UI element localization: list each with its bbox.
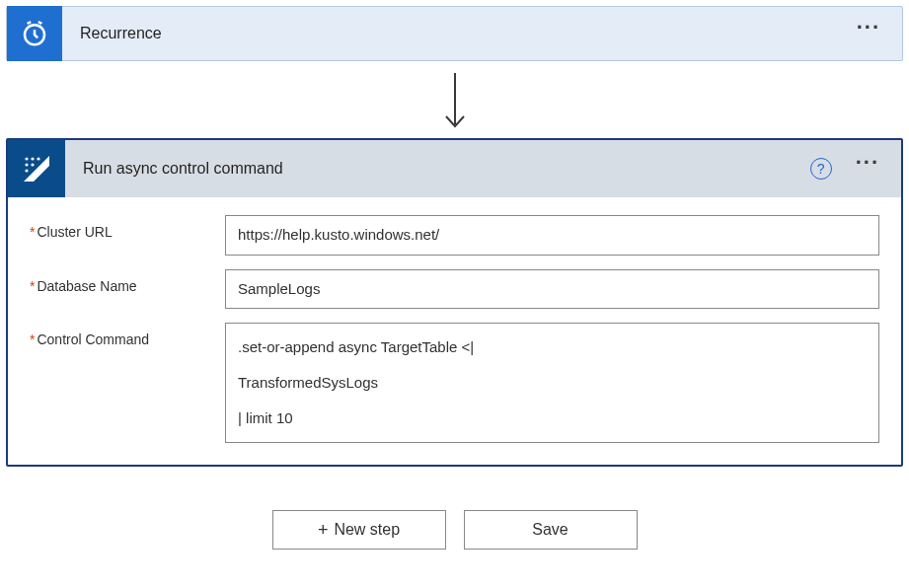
ellipsis-icon: ···: [857, 17, 880, 38]
row-cluster-url: *Cluster URL: [30, 215, 879, 256]
new-step-button[interactable]: + New step: [272, 510, 446, 550]
input-database-name[interactable]: [225, 269, 879, 310]
row-control-command: *Control Command: [30, 323, 879, 443]
label-control-command: *Control Command: [30, 323, 225, 347]
label-cluster-url: *Cluster URL: [30, 215, 225, 240]
kusto-icon: [20, 152, 53, 185]
new-step-label: New step: [334, 521, 400, 539]
svg-point-8: [25, 169, 28, 172]
recurrence-menu[interactable]: ···: [835, 23, 902, 44]
action-title: Run async control command: [65, 160, 789, 178]
save-label: Save: [532, 521, 568, 539]
action-body: *Cluster URL *Database Name *Control Com…: [8, 197, 901, 465]
svg-point-6: [31, 163, 34, 166]
help-icon[interactable]: ?: [810, 158, 832, 180]
input-control-command[interactable]: [225, 323, 879, 443]
footer-buttons: + New step Save: [6, 467, 903, 561]
recurrence-icon-box: [7, 6, 62, 61]
action-header[interactable]: Run async control command ? ···: [8, 140, 901, 197]
svg-point-7: [37, 157, 39, 160]
action-icon-box: [8, 140, 65, 197]
plus-icon: +: [318, 521, 329, 539]
svg-point-4: [31, 157, 34, 160]
svg-point-3: [25, 157, 28, 160]
input-cluster-url[interactable]: [225, 215, 879, 256]
connector-arrow: [6, 61, 903, 138]
save-button[interactable]: Save: [464, 510, 638, 550]
recurrence-title: Recurrence: [62, 25, 835, 42]
arrow-down-icon: [441, 71, 469, 130]
label-database-name: *Database Name: [30, 269, 225, 294]
action-card: Run async control command ? ··· *Cluster…: [6, 138, 903, 467]
clock-icon: [20, 19, 49, 48]
row-database-name: *Database Name: [30, 269, 879, 310]
recurrence-card[interactable]: Recurrence ···: [6, 6, 903, 61]
svg-point-5: [25, 163, 28, 166]
ellipsis-icon[interactable]: ···: [856, 152, 879, 174]
